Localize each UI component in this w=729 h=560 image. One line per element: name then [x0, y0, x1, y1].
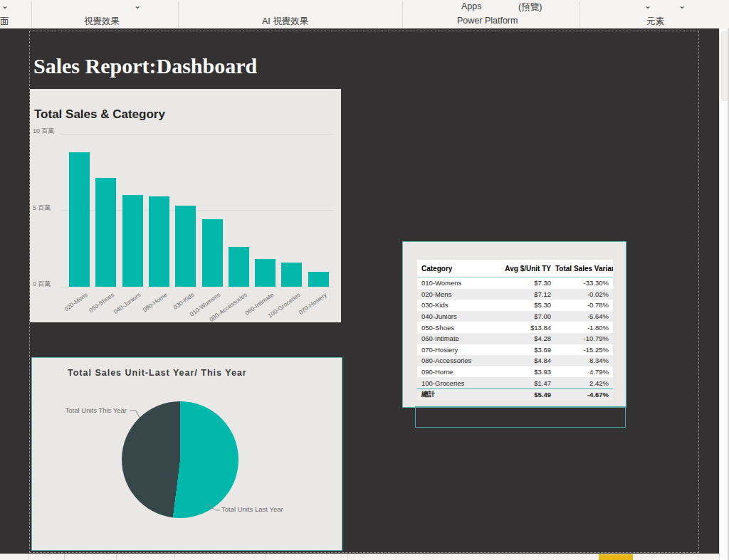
empty-visual-container[interactable]	[415, 406, 626, 428]
table-row[interactable]: 010-Womens$7.30-33.30%	[417, 278, 613, 289]
chevron-down-icon[interactable]: ⌄	[644, 1, 651, 11]
x-axis-label: 050-Shoes	[88, 291, 115, 314]
bar[interactable]	[281, 263, 302, 287]
chevron-down-icon[interactable]: ⌄	[1, 1, 9, 11]
x-axis-label: 020-Mens	[63, 291, 88, 312]
table-body: 010-Womens$7.30-33.30%020-Mens$7.12-0.02…	[417, 278, 613, 389]
table-cell: 020-Mens	[417, 290, 497, 298]
chevron-down-icon[interactable]: ⌄	[134, 1, 141, 11]
column-header[interactable]: Avg $/Unit TY	[497, 265, 555, 273]
bottom-strip	[0, 554, 719, 560]
column-header[interactable]: Category	[417, 265, 497, 273]
ribbon-group-ai-visuals-label[interactable]: AI 視覺效果	[262, 16, 308, 28]
table-cell: -0.78%	[555, 301, 613, 309]
page-title: Sales Report:Dashboard	[33, 54, 257, 78]
table-visual[interactable]: Category Avg $/Unit TY Total Sales Varia…	[402, 241, 626, 408]
x-axis-label: 030-Kids	[172, 291, 195, 311]
bar[interactable]	[202, 219, 223, 287]
table-cell: 040-Juniors	[417, 312, 497, 320]
ribbon-divider	[402, 1, 403, 28]
table-cell: 080-Accessories	[417, 356, 497, 364]
x-axis-label: 040-Juniors	[112, 291, 142, 315]
table-row[interactable]: 100-Groceries$1.472.42%	[417, 377, 613, 389]
table-cell: -0.02%	[555, 290, 613, 298]
table-row[interactable]: 050-Shoes$13.84-1.80%	[417, 322, 613, 333]
table-cell: 070-Hosiery	[417, 346, 497, 354]
report-canvas[interactable]: Sales Report:Dashboard Total Sales & Cat…	[0, 28, 719, 554]
table-cell: -1.80%	[555, 324, 613, 332]
table-cell: 100-Groceries	[417, 379, 497, 387]
ribbon-group-power-platform-label: Power Platform	[457, 16, 518, 26]
bar[interactable]	[175, 206, 196, 287]
ribbon-group-visuals-label[interactable]: 視覺效果	[84, 16, 120, 28]
pie-chart-title: Total Sales Unit-Last Year/ This Year	[68, 368, 247, 378]
table-cell: 060-Intimate	[417, 334, 497, 342]
table-total-row: 總計 $5.49 -4.67%	[417, 389, 613, 401]
column-header[interactable]: Total Sales Variance %	[555, 265, 613, 273]
table-row[interactable]: 030-Kids$5.30-0.78%	[417, 300, 613, 311]
table-row[interactable]: 080-Accessories$4.848.34%	[417, 355, 613, 366]
vertical-scrollbar[interactable]	[719, 28, 729, 560]
bar[interactable]	[308, 272, 329, 287]
bar[interactable]	[149, 196, 169, 287]
bottom-strip-divider	[174, 554, 175, 560]
total-value: -4.67%	[555, 391, 613, 398]
table-row[interactable]: 040-Juniors$7.00-5.64%	[417, 311, 613, 322]
table-cell: $7.00	[497, 312, 555, 320]
pie[interactable]	[122, 401, 238, 518]
table-cell: $7.12	[497, 290, 555, 298]
table-cell: $3.69	[497, 346, 555, 354]
x-axis-label: 070-Hosiery	[298, 291, 328, 316]
table-cell: 4.79%	[555, 368, 613, 376]
bottom-strip-divider	[347, 554, 348, 560]
table-cell: 050-Shoes	[417, 324, 497, 332]
table-header-row[interactable]: Category Avg $/Unit TY Total Sales Varia…	[417, 260, 613, 278]
total-label: 總計	[417, 390, 497, 399]
x-axis-label: 090-Home	[142, 291, 169, 313]
bar[interactable]	[255, 259, 276, 287]
table-cell: -10.79%	[555, 334, 613, 342]
table-cell: 8.34%	[555, 356, 613, 364]
table-cell: $13.84	[497, 324, 555, 332]
table-cell: 2.42%	[555, 379, 613, 387]
apps-button[interactable]: Apps	[461, 1, 482, 11]
table-row[interactable]: 070-Hosiery$3.69-15.25%	[417, 344, 613, 356]
bar[interactable]	[122, 195, 143, 287]
bottom-strip-divider	[266, 554, 266, 560]
bottom-strip-divider	[116, 554, 117, 560]
table-cell: $3.93	[497, 368, 555, 376]
ribbon-group-page-label[interactable]: 面	[0, 16, 9, 28]
ribbon-divider	[178, 1, 179, 28]
table-row[interactable]: 060-Intimate$4.28-10.79%	[417, 333, 613, 344]
table-cell: 090-Home	[417, 368, 497, 376]
ribbon-divider	[31, 1, 32, 28]
ribbon-divider	[579, 1, 579, 28]
table-cell: -15.25%	[555, 346, 613, 354]
pie-chart-visual[interactable]: Total Sales Unit-Last Year/ This Year To…	[31, 357, 342, 551]
ribbon: ⌄ 面 ⌄ 視覺效果 AI 視覺效果 Apps (預覽) Power Platf…	[0, 0, 729, 28]
table-cell: $4.84	[497, 356, 555, 364]
pie-slice-label: Total Units This Year	[32, 406, 127, 414]
data-table: Category Avg $/Unit TY Total Sales Varia…	[417, 260, 613, 401]
bar-chart-visual[interactable]: Total Sales & Category 10 百萬 5 百萬 0 百萬 0…	[30, 89, 341, 322]
bar[interactable]	[229, 247, 249, 287]
vertical-scrollbar-thumb[interactable]	[721, 31, 728, 101]
table-row[interactable]: 090-Home$3.934.79%	[417, 366, 613, 378]
table-cell: 030-Kids	[417, 301, 497, 309]
pie-slice-label: Total Units Last Year	[221, 505, 283, 513]
table-cell: -33.30%	[555, 279, 613, 287]
table-cell: $7.30	[497, 279, 555, 287]
bottom-strip-divider	[64, 554, 65, 560]
powerbi-window: ⌄ 面 ⌄ 視覺效果 AI 視覺效果 Apps (預覽) Power Platf…	[0, 0, 729, 560]
table-row[interactable]: 020-Mens$7.12-0.02%	[417, 289, 613, 300]
bar[interactable]	[69, 152, 90, 287]
ribbon-group-elements-label[interactable]: 元素	[646, 16, 664, 28]
total-value: $5.49	[497, 391, 555, 398]
bottom-strip-divider	[28, 554, 29, 560]
bar[interactable]	[95, 178, 116, 287]
yellow-indicator	[599, 554, 633, 560]
table-cell: $4.28	[497, 334, 555, 342]
table-cell: $5.30	[497, 301, 555, 309]
chevron-down-icon[interactable]: ⌄	[678, 1, 686, 11]
apps-preview-badge: (預覽)	[518, 1, 542, 14]
